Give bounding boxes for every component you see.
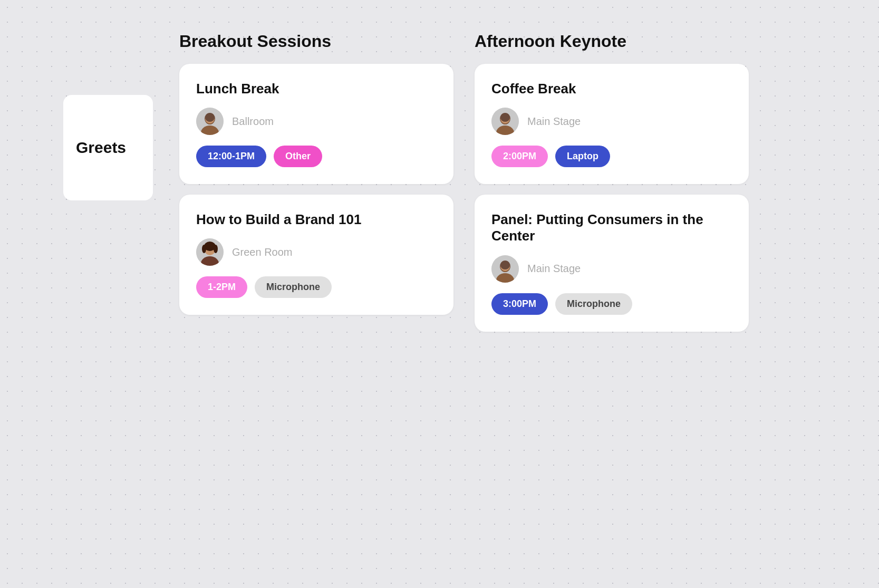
tag-type-brand: Microphone — [255, 276, 332, 298]
card-coffee-break: Coffee Break Main Stage — [475, 64, 749, 184]
card-title-lunch: Lunch Break — [196, 81, 437, 97]
card-title-brand: How to Build a Brand 101 — [196, 211, 437, 228]
col-afternoon: Afternoon Keynote Coffee Break — [475, 32, 749, 332]
card-title-panel: Panel: Putting Consumers in the Center — [491, 211, 732, 244]
tag-type-lunch: Other — [274, 146, 322, 167]
location-lunch: Ballroom — [232, 115, 274, 128]
afternoon-header: Afternoon Keynote — [475, 32, 749, 51]
location-panel: Main Stage — [527, 263, 581, 275]
avatar-lunch — [196, 108, 224, 135]
location-coffee: Main Stage — [527, 115, 581, 128]
location-brand: Green Room — [232, 246, 293, 258]
avatar-panel — [491, 255, 519, 283]
svg-point-5 — [205, 113, 215, 122]
svg-point-10 — [202, 245, 206, 253]
card-brand-101: How to Build a Brand 101 Green — [179, 195, 453, 315]
card-title-coffee: Coffee Break — [491, 81, 732, 97]
tags-brand: 1-2PM Microphone — [196, 276, 437, 298]
tag-time-panel: 3:00PM — [491, 293, 548, 315]
tags-panel: 3:00PM Microphone — [491, 293, 732, 315]
tags-lunch: 12:00-1PM Other — [196, 146, 437, 167]
tag-time-brand: 1-2PM — [196, 276, 247, 298]
tag-type-coffee: Laptop — [555, 146, 610, 167]
svg-point-11 — [214, 245, 218, 253]
card-meta-coffee: Main Stage — [491, 108, 732, 135]
breakout-header: Breakout Sessions — [179, 32, 453, 51]
card-meta-lunch: Ballroom — [196, 108, 437, 135]
greets-card: Greets — [63, 95, 153, 200]
card-lunch-break: Lunch Break Ballroom — [179, 64, 453, 184]
tag-time-lunch: 12:00-1PM — [196, 146, 266, 167]
col-breakout: Breakout Sessions Lunch Break — [179, 32, 453, 315]
avatar-brand — [196, 238, 224, 266]
card-panel: Panel: Putting Consumers in the Center M… — [475, 195, 749, 331]
afternoon-cards: Coffee Break Main Stage — [475, 64, 749, 332]
avatar-coffee — [491, 108, 519, 135]
svg-point-17 — [500, 113, 510, 122]
tag-type-panel: Microphone — [555, 293, 632, 315]
breakout-cards: Lunch Break Ballroom — [179, 64, 453, 315]
card-meta-panel: Main Stage — [491, 255, 732, 283]
col-greets: Greets — [63, 95, 158, 200]
tag-time-coffee: 2:00PM — [491, 146, 548, 167]
tags-coffee: 2:00PM Laptop — [491, 146, 732, 167]
svg-point-23 — [500, 261, 510, 269]
main-layout: Greets Breakout Sessions Lunch Break — [0, 0, 879, 588]
card-meta-brand: Green Room — [196, 238, 437, 266]
greets-title: Greets — [76, 139, 126, 157]
